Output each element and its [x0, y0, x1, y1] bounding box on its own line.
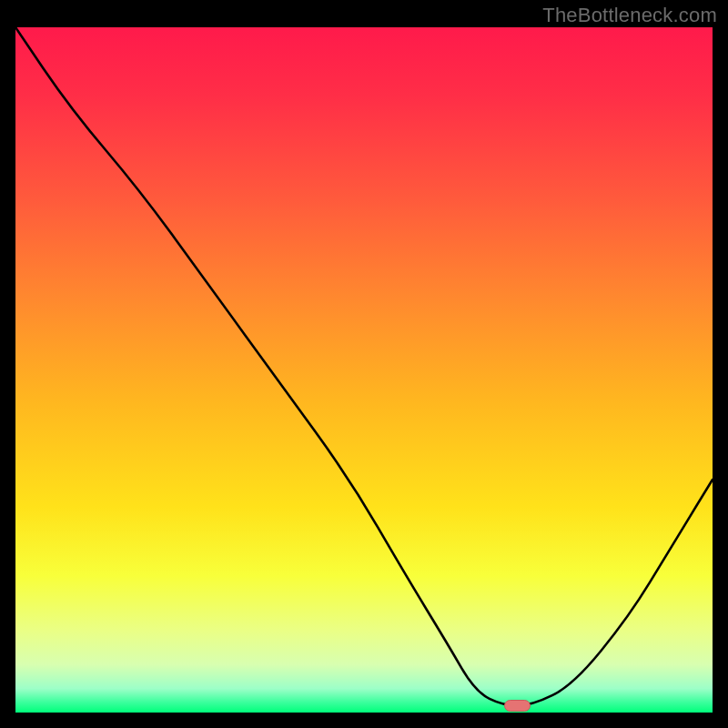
plot-area: [15, 27, 713, 713]
gradient-background: [15, 27, 713, 713]
bottleneck-chart: [15, 27, 713, 713]
chart-frame: TheBottleneck.com: [0, 0, 728, 728]
optimal-marker: [505, 701, 531, 712]
watermark-text: TheBottleneck.com: [542, 4, 717, 27]
